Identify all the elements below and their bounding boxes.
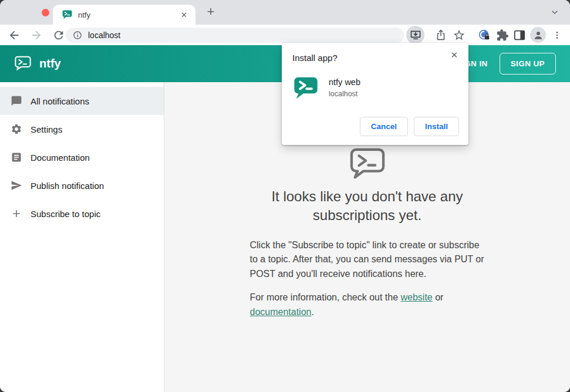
popup-app-origin: localhost (329, 90, 357, 98)
back-icon[interactable] (8, 29, 21, 42)
sidebar-item-label: Subscribe to topic (31, 209, 100, 219)
ntfy-favicon-icon (62, 10, 72, 19)
sidebar: All notifications Settings Documentation… (0, 82, 164, 392)
extensions-puzzle-icon[interactable] (496, 29, 509, 42)
browser-toolbar: localhost (0, 25, 570, 45)
cancel-button[interactable]: Cancel (360, 117, 408, 136)
ntfy-logo-icon (14, 56, 32, 72)
empty-state-paragraph-2: For more information, check out the webs… (250, 290, 485, 319)
url-text: localhost (88, 31, 120, 40)
menu-dots-icon[interactable] (552, 29, 562, 42)
install-app-popup: Install app? ✕ ntfy web localhost Cancel… (282, 43, 468, 145)
share-icon[interactable] (434, 29, 447, 42)
empty-state-paragraph: Click the "Subscribe to topic" link to c… (250, 238, 485, 282)
documentation-link[interactable]: documentation (250, 307, 312, 317)
tab-close-icon[interactable]: ✕ (180, 9, 188, 21)
install-button[interactable]: Install (414, 117, 459, 136)
sidebar-item-documentation[interactable]: Documentation (0, 143, 164, 171)
empty-state-heading: It looks like you don't have any subscri… (250, 187, 485, 225)
new-tab-button[interactable]: + (203, 4, 219, 21)
person-icon (533, 30, 544, 40)
sidebar-item-label: Publish notification (31, 181, 104, 191)
document-icon (11, 151, 22, 163)
site-info-icon[interactable] (73, 31, 82, 40)
app-title: ntfy (39, 57, 61, 70)
bookmark-star-icon[interactable] (453, 29, 466, 42)
monitor-download-icon (410, 29, 421, 41)
sidebar-item-settings[interactable]: Settings (0, 115, 164, 143)
sidebar-item-label: All notifications (31, 96, 89, 106)
profile-avatar[interactable] (530, 27, 546, 43)
chat-icon (11, 95, 22, 107)
paragraph2-prefix: For more information, check out the (250, 292, 401, 302)
popup-app-name: ntfy web (329, 77, 360, 87)
chevron-down-icon[interactable] (550, 8, 559, 17)
sidebar-item-label: Settings (31, 124, 62, 134)
paragraph2-suffix: . (311, 307, 313, 317)
popup-title: Install app? (292, 53, 338, 63)
sidebar-item-subscribe-to-topic[interactable]: Subscribe to topic (0, 200, 164, 228)
side-panel-icon[interactable] (513, 29, 526, 42)
sidebar-item-publish-notification[interactable]: Publish notification (0, 171, 164, 200)
tab-title: ntfy (78, 11, 180, 19)
paragraph2-mid: or (433, 292, 444, 302)
sidebar-item-label: Documentation (31, 153, 90, 163)
sign-up-button[interactable]: SIGN UP (500, 53, 556, 75)
popup-close-icon[interactable]: ✕ (448, 49, 460, 62)
plus-icon (11, 208, 22, 219)
extension-lock-icon[interactable] (478, 29, 491, 42)
website-link[interactable]: website (401, 292, 433, 302)
sidebar-item-all-notifications[interactable]: All notifications (0, 87, 164, 115)
browser-tab-ntfy[interactable]: ntfy ✕ (53, 5, 195, 25)
ntfy-logo-gray-icon (349, 147, 386, 181)
forward-icon[interactable] (30, 29, 43, 42)
ntfy-app-icon (294, 76, 318, 100)
send-icon (11, 180, 22, 191)
tab-strip: ntfy ✕ + (0, 0, 570, 25)
reload-icon[interactable] (52, 29, 65, 42)
gear-icon (11, 123, 22, 135)
install-app-icon[interactable] (406, 26, 424, 44)
browser-window: ntfy ✕ + localhost (0, 0, 570, 392)
window-close-button[interactable] (42, 9, 49, 16)
address-bar[interactable]: localhost (66, 28, 404, 43)
